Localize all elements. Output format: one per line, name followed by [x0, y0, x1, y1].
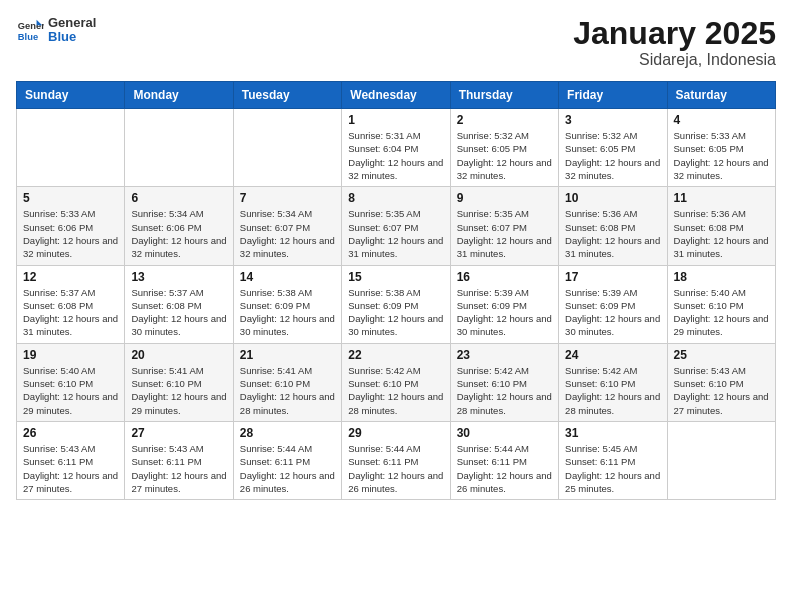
calendar-cell: 13 Sunrise: 5:37 AMSunset: 6:08 PMDaylig… — [125, 265, 233, 343]
day-detail: Sunrise: 5:36 AMSunset: 6:08 PMDaylight:… — [674, 208, 769, 259]
calendar-cell: 28 Sunrise: 5:44 AMSunset: 6:11 PMDaylig… — [233, 421, 341, 499]
day-number: 27 — [131, 426, 226, 440]
day-number: 2 — [457, 113, 552, 127]
day-detail: Sunrise: 5:44 AMSunset: 6:11 PMDaylight:… — [240, 443, 335, 494]
calendar-cell: 26 Sunrise: 5:43 AMSunset: 6:11 PMDaylig… — [17, 421, 125, 499]
calendar-cell: 3 Sunrise: 5:32 AMSunset: 6:05 PMDayligh… — [559, 109, 667, 187]
header-friday: Friday — [559, 82, 667, 109]
day-number: 29 — [348, 426, 443, 440]
calendar-table: SundayMondayTuesdayWednesdayThursdayFrid… — [16, 81, 776, 500]
page-header: General Blue General Blue January 2025 S… — [16, 16, 776, 69]
calendar-cell: 10 Sunrise: 5:36 AMSunset: 6:08 PMDaylig… — [559, 187, 667, 265]
calendar-week-row: 5 Sunrise: 5:33 AMSunset: 6:06 PMDayligh… — [17, 187, 776, 265]
calendar-title: January 2025 — [573, 16, 776, 51]
calendar-cell: 12 Sunrise: 5:37 AMSunset: 6:08 PMDaylig… — [17, 265, 125, 343]
header-sunday: Sunday — [17, 82, 125, 109]
day-number: 23 — [457, 348, 552, 362]
day-detail: Sunrise: 5:32 AMSunset: 6:05 PMDaylight:… — [565, 130, 660, 181]
calendar-cell: 29 Sunrise: 5:44 AMSunset: 6:11 PMDaylig… — [342, 421, 450, 499]
calendar-cell: 15 Sunrise: 5:38 AMSunset: 6:09 PMDaylig… — [342, 265, 450, 343]
calendar-cell: 17 Sunrise: 5:39 AMSunset: 6:09 PMDaylig… — [559, 265, 667, 343]
calendar-cell: 30 Sunrise: 5:44 AMSunset: 6:11 PMDaylig… — [450, 421, 558, 499]
day-detail: Sunrise: 5:33 AMSunset: 6:05 PMDaylight:… — [674, 130, 769, 181]
day-number: 25 — [674, 348, 769, 362]
calendar-cell: 24 Sunrise: 5:42 AMSunset: 6:10 PMDaylig… — [559, 343, 667, 421]
calendar-cell: 1 Sunrise: 5:31 AMSunset: 6:04 PMDayligh… — [342, 109, 450, 187]
calendar-cell: 19 Sunrise: 5:40 AMSunset: 6:10 PMDaylig… — [17, 343, 125, 421]
title-block: January 2025 Sidareja, Indonesia — [573, 16, 776, 69]
day-detail: Sunrise: 5:37 AMSunset: 6:08 PMDaylight:… — [23, 287, 118, 338]
day-number: 14 — [240, 270, 335, 284]
day-number: 13 — [131, 270, 226, 284]
day-detail: Sunrise: 5:38 AMSunset: 6:09 PMDaylight:… — [240, 287, 335, 338]
calendar-cell: 14 Sunrise: 5:38 AMSunset: 6:09 PMDaylig… — [233, 265, 341, 343]
calendar-subtitle: Sidareja, Indonesia — [573, 51, 776, 69]
calendar-cell — [667, 421, 775, 499]
day-number: 11 — [674, 191, 769, 205]
day-detail: Sunrise: 5:38 AMSunset: 6:09 PMDaylight:… — [348, 287, 443, 338]
day-detail: Sunrise: 5:34 AMSunset: 6:07 PMDaylight:… — [240, 208, 335, 259]
day-detail: Sunrise: 5:33 AMSunset: 6:06 PMDaylight:… — [23, 208, 118, 259]
calendar-cell: 18 Sunrise: 5:40 AMSunset: 6:10 PMDaylig… — [667, 265, 775, 343]
day-detail: Sunrise: 5:42 AMSunset: 6:10 PMDaylight:… — [457, 365, 552, 416]
day-number: 16 — [457, 270, 552, 284]
day-detail: Sunrise: 5:35 AMSunset: 6:07 PMDaylight:… — [348, 208, 443, 259]
day-number: 9 — [457, 191, 552, 205]
calendar-cell: 20 Sunrise: 5:41 AMSunset: 6:10 PMDaylig… — [125, 343, 233, 421]
calendar-cell: 25 Sunrise: 5:43 AMSunset: 6:10 PMDaylig… — [667, 343, 775, 421]
calendar-cell: 31 Sunrise: 5:45 AMSunset: 6:11 PMDaylig… — [559, 421, 667, 499]
header-saturday: Saturday — [667, 82, 775, 109]
calendar-cell: 9 Sunrise: 5:35 AMSunset: 6:07 PMDayligh… — [450, 187, 558, 265]
day-number: 24 — [565, 348, 660, 362]
svg-text:Blue: Blue — [18, 33, 38, 43]
calendar-cell: 21 Sunrise: 5:41 AMSunset: 6:10 PMDaylig… — [233, 343, 341, 421]
day-number: 20 — [131, 348, 226, 362]
day-detail: Sunrise: 5:32 AMSunset: 6:05 PMDaylight:… — [457, 130, 552, 181]
calendar-cell — [17, 109, 125, 187]
day-detail: Sunrise: 5:31 AMSunset: 6:04 PMDaylight:… — [348, 130, 443, 181]
header-tuesday: Tuesday — [233, 82, 341, 109]
day-number: 19 — [23, 348, 118, 362]
day-number: 8 — [348, 191, 443, 205]
day-number: 3 — [565, 113, 660, 127]
day-number: 10 — [565, 191, 660, 205]
day-detail: Sunrise: 5:43 AMSunset: 6:10 PMDaylight:… — [674, 365, 769, 416]
calendar-cell: 27 Sunrise: 5:43 AMSunset: 6:11 PMDaylig… — [125, 421, 233, 499]
day-detail: Sunrise: 5:34 AMSunset: 6:06 PMDaylight:… — [131, 208, 226, 259]
day-detail: Sunrise: 5:42 AMSunset: 6:10 PMDaylight:… — [348, 365, 443, 416]
day-number: 28 — [240, 426, 335, 440]
header-thursday: Thursday — [450, 82, 558, 109]
day-number: 22 — [348, 348, 443, 362]
header-wednesday: Wednesday — [342, 82, 450, 109]
day-number: 26 — [23, 426, 118, 440]
calendar-cell: 6 Sunrise: 5:34 AMSunset: 6:06 PMDayligh… — [125, 187, 233, 265]
day-number: 6 — [131, 191, 226, 205]
day-detail: Sunrise: 5:40 AMSunset: 6:10 PMDaylight:… — [674, 287, 769, 338]
day-number: 31 — [565, 426, 660, 440]
calendar-week-row: 26 Sunrise: 5:43 AMSunset: 6:11 PMDaylig… — [17, 421, 776, 499]
calendar-cell — [125, 109, 233, 187]
calendar-cell: 7 Sunrise: 5:34 AMSunset: 6:07 PMDayligh… — [233, 187, 341, 265]
day-number: 15 — [348, 270, 443, 284]
calendar-cell: 2 Sunrise: 5:32 AMSunset: 6:05 PMDayligh… — [450, 109, 558, 187]
day-number: 7 — [240, 191, 335, 205]
day-detail: Sunrise: 5:41 AMSunset: 6:10 PMDaylight:… — [131, 365, 226, 416]
day-detail: Sunrise: 5:39 AMSunset: 6:09 PMDaylight:… — [565, 287, 660, 338]
day-number: 30 — [457, 426, 552, 440]
calendar-week-row: 1 Sunrise: 5:31 AMSunset: 6:04 PMDayligh… — [17, 109, 776, 187]
day-detail: Sunrise: 5:44 AMSunset: 6:11 PMDaylight:… — [348, 443, 443, 494]
calendar-cell: 4 Sunrise: 5:33 AMSunset: 6:05 PMDayligh… — [667, 109, 775, 187]
day-detail: Sunrise: 5:35 AMSunset: 6:07 PMDaylight:… — [457, 208, 552, 259]
calendar-cell — [233, 109, 341, 187]
logo: General Blue General Blue — [16, 16, 96, 45]
day-detail: Sunrise: 5:40 AMSunset: 6:10 PMDaylight:… — [23, 365, 118, 416]
day-detail: Sunrise: 5:37 AMSunset: 6:08 PMDaylight:… — [131, 287, 226, 338]
day-number: 4 — [674, 113, 769, 127]
day-detail: Sunrise: 5:41 AMSunset: 6:10 PMDaylight:… — [240, 365, 335, 416]
calendar-cell: 22 Sunrise: 5:42 AMSunset: 6:10 PMDaylig… — [342, 343, 450, 421]
calendar-cell: 23 Sunrise: 5:42 AMSunset: 6:10 PMDaylig… — [450, 343, 558, 421]
calendar-cell: 5 Sunrise: 5:33 AMSunset: 6:06 PMDayligh… — [17, 187, 125, 265]
logo-text: General Blue — [48, 16, 96, 45]
logo-icon: General Blue — [16, 16, 44, 44]
day-detail: Sunrise: 5:45 AMSunset: 6:11 PMDaylight:… — [565, 443, 660, 494]
